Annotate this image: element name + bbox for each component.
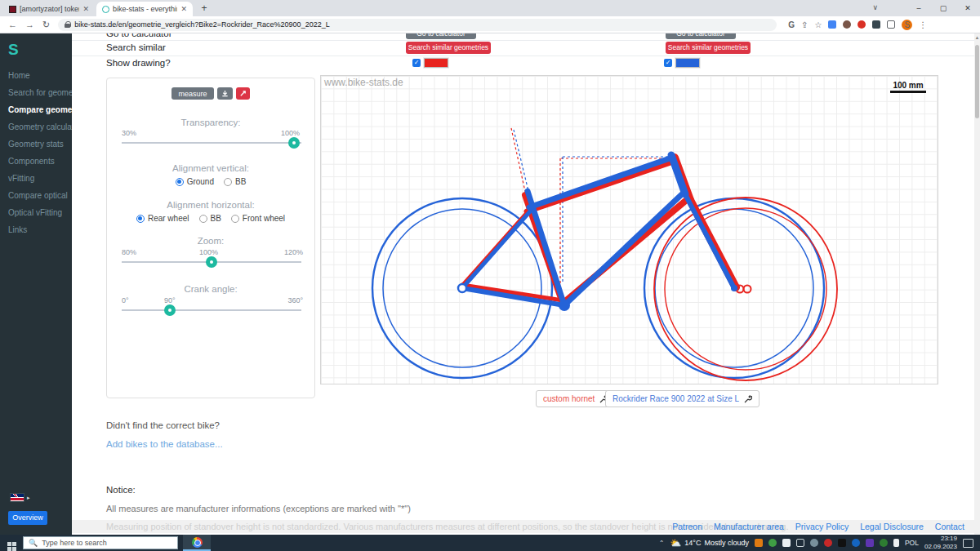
alignment-vertical-radio[interactable]: Ground	[176, 177, 214, 186]
bike2-select-button[interactable]: Rockrider Race 900 2022 at Size L	[605, 390, 760, 407]
bike-stats-logo[interactable]: S	[8, 41, 72, 59]
bookmark-star-icon[interactable]: ☆	[814, 20, 822, 29]
transparency-track[interactable]	[122, 142, 301, 144]
taskbar-search[interactable]: 🔍 Type here to search	[23, 536, 178, 549]
tab-search-caret-icon[interactable]: ∨	[872, 3, 878, 11]
sidebar-item[interactable]: Geometry calculator	[0, 118, 72, 136]
close-button[interactable]: ✕	[956, 4, 980, 12]
notification-center-icon[interactable]	[963, 539, 973, 548]
taskbar-chrome-button[interactable]	[183, 535, 211, 551]
alignment-horizontal-radio[interactable]: Front wheel	[231, 214, 285, 223]
sidebar-item[interactable]: Components	[0, 153, 72, 170]
back-icon[interactable]: ←	[8, 20, 17, 29]
language-selector[interactable]: ▸	[10, 493, 30, 502]
sidebar-item[interactable]: vFitting	[0, 170, 72, 187]
red-bike-frame	[462, 158, 736, 303]
bike2-color-swatch[interactable]	[675, 58, 700, 68]
bike1-color-swatch[interactable]	[424, 58, 448, 68]
overview-button[interactable]: Overview	[8, 511, 47, 525]
search-placeholder: Type here to search	[42, 539, 107, 547]
tab1-close-icon[interactable]: ✕	[82, 5, 89, 13]
page-scrollbar[interactable]: ▲	[974, 33, 980, 535]
tray-icon-5[interactable]	[810, 539, 818, 547]
start-button[interactable]	[0, 535, 23, 551]
toolbar-icons: G ⇪ ☆ S ⋮	[788, 20, 927, 30]
add-bikes-link[interactable]: Add bikes to the database...	[106, 439, 223, 449]
tray-icon-7[interactable]	[838, 539, 846, 547]
url-field[interactable]: bike-stats.de/en/geometrie_vergleich?Bik…	[58, 19, 777, 31]
footer-link[interactable]: Contact	[935, 522, 964, 531]
sidebar-item[interactable]: Compare optical	[0, 187, 72, 204]
battery-icon[interactable]	[893, 539, 899, 547]
search-similar-button-2[interactable]: Search similar geometries	[666, 42, 751, 54]
scrollbar-thumb[interactable]	[975, 45, 979, 118]
crank-track[interactable]	[122, 309, 301, 311]
sidebar-item-label: Components	[8, 157, 55, 166]
minimize-button[interactable]: –	[906, 4, 931, 12]
reload-icon[interactable]: ↻	[42, 20, 50, 30]
new-tab-button[interactable]: +	[198, 3, 210, 15]
sidebar-item[interactable]: Search for geometry	[0, 84, 72, 101]
scroll-up-icon[interactable]: ▲	[974, 35, 980, 40]
sidebar-item[interactable]: Compare geometries	[0, 101, 72, 118]
tray-icon-1[interactable]	[755, 539, 763, 547]
forward-icon[interactable]: →	[25, 20, 34, 29]
go-to-calculator-button-1[interactable]: Go to calculator	[406, 33, 476, 39]
alignment-vertical-radio[interactable]: BB	[224, 177, 246, 186]
footer-link[interactable]: Patreon	[672, 522, 702, 531]
crank-thumb[interactable]	[164, 304, 176, 316]
adblock-extension-icon[interactable]	[872, 20, 880, 29]
sidebar-item[interactable]: Geometry stats	[0, 136, 72, 153]
bike-drawing-canvas[interactable]: www.bike-stats.de 100 mm	[320, 75, 938, 384]
footer-link[interactable]: Manufacturer area	[714, 522, 784, 531]
radio-icon	[231, 215, 239, 223]
maximize-button[interactable]: ▢	[931, 4, 956, 12]
sidebar-item[interactable]: Home	[0, 67, 72, 84]
tray-icon-4[interactable]	[796, 539, 804, 547]
zoom-thumb[interactable]	[206, 256, 217, 268]
profile-avatar[interactable]: S	[902, 20, 912, 30]
extension-icon[interactable]	[843, 20, 851, 29]
fullscreen-button[interactable]	[236, 87, 250, 100]
share-icon[interactable]: ⇪	[801, 20, 808, 29]
menu-icon[interactable]: ⋮	[919, 20, 927, 29]
transparency-thumb[interactable]	[288, 137, 300, 149]
tray-expand-icon[interactable]: ⌃	[659, 540, 665, 547]
footer-link[interactable]: Legal Disclosure	[860, 522, 924, 531]
sidebar-item[interactable]: Links	[0, 221, 72, 238]
radio-icon	[224, 178, 232, 186]
tray-icon-10[interactable]	[880, 539, 888, 547]
tab2-close-icon[interactable]: ✕	[180, 5, 187, 13]
download-button[interactable]	[217, 87, 233, 100]
sidebar-item-label: Compare geometries	[8, 105, 72, 114]
show-drawing-checkbox-2[interactable]: ✓	[664, 59, 672, 67]
weather-widget[interactable]: ⛅ 14°C Mostly cloudy	[670, 538, 749, 549]
browser-tab-2[interactable]: bike-stats - everything about bi... ✕	[96, 2, 193, 16]
show-drawing-checkbox-1[interactable]: ✓	[412, 59, 421, 67]
go-to-calculator-button-2[interactable]: Go to calculator	[666, 33, 736, 39]
tray-icon-8[interactable]	[852, 539, 860, 547]
tray-icon-3[interactable]	[782, 539, 791, 547]
tray-icon-9[interactable]	[866, 539, 874, 547]
measure-button[interactable]: measure	[172, 87, 213, 100]
search-similar-button-1[interactable]: Search similar geometries	[406, 42, 491, 54]
blue-bike-frame	[462, 155, 734, 305]
sidepanel-icon[interactable]	[887, 20, 895, 29]
sidebar-item[interactable]: Optical vFitting	[0, 204, 72, 221]
tray-icon-2[interactable]	[768, 539, 777, 547]
alignment-horizontal-radio[interactable]: BB	[199, 214, 221, 223]
taskbar-clock[interactable]: 23:19 02.09.2023	[924, 535, 957, 550]
browser-tab-1[interactable]: [amortyzator] tokeny - Amortyz... ✕	[3, 2, 95, 16]
translate-extension-icon[interactable]	[828, 20, 836, 29]
language-indicator[interactable]: POL	[905, 539, 919, 547]
extension-badge-icon[interactable]	[858, 20, 866, 29]
radio-icon	[176, 178, 184, 186]
tray-icon-6[interactable]	[824, 539, 832, 547]
alignment-horizontal-radio[interactable]: Rear wheel	[136, 214, 189, 223]
radio-icon	[199, 215, 207, 223]
bike1-select-button[interactable]: custom hornet	[536, 390, 615, 407]
sidebar-item-label: Compare optical	[8, 191, 68, 200]
google-icon[interactable]: G	[788, 20, 795, 29]
footer-link[interactable]: Privacy Policy	[795, 522, 849, 531]
red-front-dropout	[744, 286, 751, 293]
